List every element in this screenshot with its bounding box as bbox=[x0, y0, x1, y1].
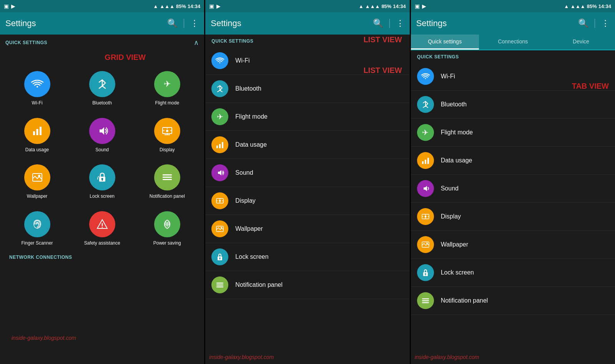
svg-rect-3 bbox=[40, 127, 42, 135]
grid-item-bluetooth[interactable]: Bluetooth bbox=[70, 65, 134, 110]
datausage-svg bbox=[215, 140, 224, 149]
tab-datausage-icon bbox=[417, 152, 434, 169]
grid-item-safetyassistance[interactable]: Safety assistance bbox=[70, 205, 134, 250]
list-item-sound[interactable]: Sound bbox=[205, 159, 409, 187]
tab-label-flightmode: Flight mode bbox=[441, 129, 473, 136]
grid-item-sound[interactable]: Sound bbox=[70, 112, 134, 157]
svg-point-45 bbox=[424, 216, 426, 218]
more-button-3[interactable]: ⋮ bbox=[601, 18, 610, 28]
tab-list-item-lockscreen[interactable]: Lock screen bbox=[411, 259, 615, 287]
svg-marker-4 bbox=[100, 127, 104, 135]
tab-wifi-svg bbox=[421, 72, 430, 81]
svg-rect-2 bbox=[36, 129, 38, 135]
tab-bar: Quick settings Connections Device bbox=[411, 35, 615, 50]
more-button-1[interactable]: ⋮ bbox=[190, 18, 199, 28]
grid-item-wifi[interactable]: Wi-Fi bbox=[5, 65, 69, 110]
tab-flight-symbol: ✈ bbox=[422, 128, 429, 137]
list-item-flightmode[interactable]: ✈ Flight mode bbox=[205, 103, 409, 131]
play-icon-1: ▶ bbox=[11, 3, 15, 9]
tab-bluetooth-icon bbox=[417, 96, 434, 113]
time-2: 14:34 bbox=[393, 3, 406, 9]
search-button-1[interactable]: 🔍 bbox=[167, 18, 178, 28]
signal-status-2: ▲▲▲ bbox=[365, 3, 380, 9]
tab-list-item-wifi[interactable]: Wi-Fi bbox=[411, 63, 615, 91]
tab-list-item-display[interactable]: Display bbox=[411, 203, 615, 231]
search-button-3[interactable]: 🔍 bbox=[578, 18, 588, 28]
svg-point-51 bbox=[426, 243, 428, 244]
app-title-3: Settings bbox=[416, 18, 447, 28]
tab-quick-settings[interactable]: Quick settings bbox=[411, 35, 479, 50]
screenshot-icon-3: ▣ bbox=[415, 3, 420, 9]
battery-status-1: 85% bbox=[176, 3, 186, 9]
list-display-icon bbox=[211, 192, 228, 209]
list-flight-icon: ✈ bbox=[211, 108, 228, 125]
search-button-2[interactable]: 🔍 bbox=[373, 18, 383, 28]
watermark-1: inside-galaxy.blogspot.com bbox=[12, 335, 76, 341]
grid-item-datausage[interactable]: Data usage bbox=[5, 112, 69, 157]
list-item-datausage[interactable]: Data usage bbox=[205, 131, 409, 159]
grid-item-flightmode[interactable]: ✈ Flight mode bbox=[135, 65, 199, 110]
svg-rect-19 bbox=[163, 179, 172, 180]
svg-rect-42 bbox=[427, 158, 429, 164]
status-bar-right-2: ▲ ▲▲▲ 85% 14:34 bbox=[359, 3, 406, 9]
grid-item-wallpaper[interactable]: Wallpaper bbox=[5, 158, 69, 204]
grid-item-fingerscanner[interactable]: Finger Scanner bbox=[5, 205, 69, 250]
tab-view-panel: ▣ ▶ ▲ ▲▲▲ 85% 14:34 Settings 🔍 ⋮ Quick s… bbox=[411, 0, 615, 364]
collapse-icon-1[interactable]: ∧ bbox=[194, 38, 199, 47]
list-item-notifpanel[interactable]: Notification panel bbox=[205, 271, 409, 299]
tab-list-item-datausage[interactable]: Data usage bbox=[411, 147, 615, 175]
section-header-3: QUICK SETTINGS bbox=[411, 50, 615, 63]
wallpaper-icon-circle bbox=[24, 164, 50, 190]
list-item-display[interactable]: Display bbox=[205, 187, 409, 215]
bluetooth-icon bbox=[96, 78, 109, 91]
tab-connections[interactable]: Connections bbox=[479, 35, 547, 50]
tab-list-item-bluetooth[interactable]: Bluetooth bbox=[411, 91, 615, 119]
tab-device[interactable]: Device bbox=[547, 35, 615, 50]
svg-rect-17 bbox=[163, 174, 172, 175]
list-item-lockscreen[interactable]: Lock screen bbox=[205, 243, 409, 271]
tab-wallpaper-svg bbox=[421, 240, 430, 249]
status-bar-left-1: ▣ ▶ bbox=[4, 3, 15, 9]
notifpanel-icon-circle bbox=[154, 164, 180, 190]
svg-rect-57 bbox=[422, 302, 429, 303]
grid-item-powersaving[interactable]: Power saving bbox=[135, 205, 199, 250]
watermark-2: inside-galaxy.blogspot.com bbox=[209, 354, 274, 360]
svg-rect-40 bbox=[422, 161, 424, 164]
status-bar-3: ▣ ▶ ▲ ▲▲▲ 85% 14:34 bbox=[411, 0, 615, 12]
tab-lockscreen-icon bbox=[417, 264, 434, 281]
status-bar-1: ▣ ▶ ▲ ▲▲▲ 85% 14:34 bbox=[0, 0, 204, 12]
grid-item-lockscreen[interactable]: Lock screen bbox=[70, 158, 134, 204]
list-item-wifi[interactable]: Wi-Fi bbox=[205, 47, 409, 75]
grid-label-flightmode: Flight mode bbox=[155, 100, 179, 106]
tab-label-wifi: Wi-Fi bbox=[441, 73, 455, 80]
status-bar-right-3: ▲ ▲▲▲ 85% 14:34 bbox=[564, 3, 611, 9]
more-button-2[interactable]: ⋮ bbox=[396, 18, 404, 28]
flight-symbol: ✈ bbox=[217, 112, 223, 121]
list-item-bluetooth[interactable]: Bluetooth bbox=[205, 75, 409, 103]
svg-text:✈: ✈ bbox=[164, 79, 171, 89]
svg-marker-43 bbox=[424, 186, 427, 191]
tab-list-item-notifpanel[interactable]: Notification panel bbox=[411, 287, 615, 315]
divider-1 bbox=[184, 19, 184, 28]
wifi-icon-circle bbox=[24, 71, 50, 97]
play-icon-3: ▶ bbox=[422, 3, 426, 9]
grid-label-powersaving: Power saving bbox=[153, 240, 181, 247]
grid-item-display[interactable]: Display bbox=[135, 112, 199, 157]
grid-view-label: GRID VIEW bbox=[105, 53, 146, 61]
list-label-datausage: Data usage bbox=[235, 141, 267, 148]
list-lockscreen-icon bbox=[211, 248, 228, 265]
section-header-1: QUICK SETTINGS ∧ bbox=[0, 35, 204, 50]
bluetooth-icon-circle bbox=[89, 71, 115, 97]
svg-rect-56 bbox=[422, 300, 429, 301]
list-bluetooth-icon bbox=[211, 80, 228, 97]
sound-icon bbox=[96, 124, 109, 137]
tab-list-item-wallpaper[interactable]: Wallpaper bbox=[411, 231, 615, 259]
tab-list-item-sound[interactable]: Sound bbox=[411, 175, 615, 203]
tab-label-bluetooth: Bluetooth bbox=[441, 101, 467, 108]
tab-list-item-flightmode[interactable]: ✈ Flight mode bbox=[411, 119, 615, 147]
grid-item-notifpanel[interactable]: Notification panel bbox=[135, 158, 199, 204]
list-wallpaper-icon bbox=[211, 220, 228, 237]
tab-label-display: Display bbox=[441, 213, 461, 220]
list-item-wallpaper[interactable]: Wallpaper bbox=[205, 215, 409, 243]
tab-label-notifpanel: Notification panel bbox=[441, 297, 488, 304]
